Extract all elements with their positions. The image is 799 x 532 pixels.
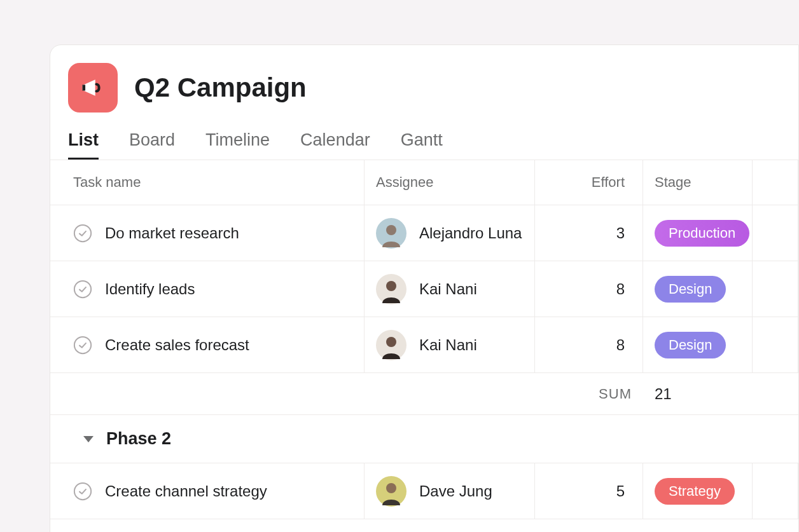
effort-cell[interactable]: 5 (535, 463, 643, 519)
table-header: Task name Assignee Effort Stage (50, 160, 798, 205)
task-cell: Create channel strategy (50, 463, 365, 519)
task-name: Create sales forecast (105, 336, 249, 354)
extra-cell (753, 463, 798, 519)
task-cell: Identify leads (50, 261, 365, 317)
svg-point-4 (74, 280, 91, 297)
stage-pill: Production (655, 220, 749, 247)
task-name: Do market research (105, 224, 239, 242)
svg-point-3 (386, 225, 396, 235)
check-circle-icon[interactable] (73, 280, 92, 299)
task-name: Create channel strategy (105, 482, 267, 500)
effort-cell[interactable]: 8 (535, 261, 643, 317)
section-header[interactable]: Phase 2 (50, 415, 798, 463)
stage-pill: Design (655, 276, 726, 303)
check-circle-icon[interactable] (73, 336, 92, 355)
stage-cell[interactable]: Design (643, 317, 753, 372)
table-row[interactable]: Create channel strategy Dave Jung 5 Stra… (50, 463, 798, 519)
stage-cell[interactable]: Production (643, 205, 753, 261)
assignee-cell[interactable]: Kai Nani (365, 261, 535, 317)
check-circle-icon[interactable] (73, 224, 92, 243)
sum-row: SUM 21 (50, 373, 798, 415)
assignee-name: Alejandro Luna (419, 224, 522, 242)
stage-cell[interactable]: Strategy (643, 463, 753, 519)
assignee-name: Kai Nani (419, 336, 477, 354)
effort-cell[interactable]: 8 (535, 317, 643, 372)
svg-point-1 (74, 224, 91, 241)
avatar (376, 274, 406, 304)
stage-pill: Design (655, 332, 726, 358)
avatar (376, 218, 406, 249)
tab-timeline[interactable]: Timeline (205, 130, 270, 160)
column-assignee[interactable]: Assignee (365, 160, 535, 205)
task-cell: Create sales forecast (50, 317, 365, 372)
extra-cell (753, 205, 798, 261)
assignee-cell[interactable]: Dave Jung (365, 463, 535, 519)
assignee-cell[interactable]: Kai Nani (365, 317, 535, 372)
assignee-name: Dave Jung (419, 482, 492, 500)
chevron-down-icon (83, 436, 94, 442)
table-row[interactable]: Identify leads Kai Nani 8 Design (50, 261, 798, 317)
task-cell: Do market research (50, 205, 365, 261)
assignee-cell[interactable]: Alejandro Luna (365, 205, 535, 261)
assignee-name: Kai Nani (419, 280, 477, 298)
project-header: Q2 Campaign (50, 45, 798, 113)
svg-point-9 (386, 337, 396, 347)
project-title: Q2 Campaign (134, 72, 307, 103)
svg-point-7 (74, 336, 91, 353)
svg-point-6 (386, 281, 396, 291)
extra-cell (753, 261, 798, 317)
task-name: Identify leads (105, 280, 195, 298)
table-row[interactable]: Do market research Alejandro Luna 3 Prod… (50, 205, 798, 261)
table-row[interactable]: Create sales forecast Kai Nani 8 Design (50, 317, 798, 373)
view-tabs: List Board Timeline Calendar Gantt (50, 113, 798, 160)
section-title: Phase 2 (106, 429, 171, 449)
column-task-name[interactable]: Task name (50, 160, 365, 205)
tab-calendar[interactable]: Calendar (300, 130, 370, 160)
check-circle-icon[interactable] (73, 482, 92, 501)
project-panel: Q2 Campaign List Board Timeline Calendar… (50, 44, 799, 532)
extra-cell (753, 317, 798, 372)
megaphone-icon (68, 63, 118, 113)
svg-rect-0 (83, 85, 86, 90)
svg-point-10 (74, 482, 91, 499)
avatar (376, 476, 406, 507)
stage-cell[interactable]: Design (643, 261, 753, 317)
effort-cell[interactable]: 3 (535, 205, 643, 261)
sum-value: 21 (643, 373, 753, 414)
stage-pill: Strategy (655, 478, 735, 505)
column-stage[interactable]: Stage (643, 160, 753, 205)
svg-point-12 (386, 483, 396, 493)
tab-gantt[interactable]: Gantt (401, 130, 443, 160)
tab-list[interactable]: List (68, 130, 99, 160)
avatar (376, 330, 406, 360)
sum-label: SUM (535, 373, 643, 414)
column-effort[interactable]: Effort (535, 160, 643, 205)
tab-board[interactable]: Board (129, 130, 175, 160)
column-extra (753, 160, 798, 205)
